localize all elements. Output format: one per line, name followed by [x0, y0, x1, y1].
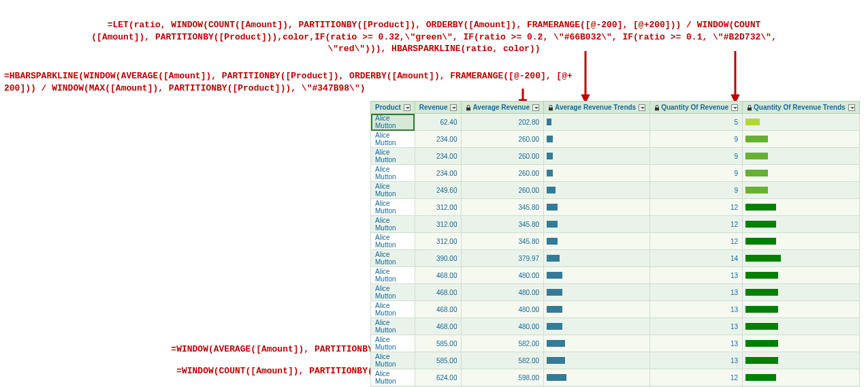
cell-qty[interactable]: 13 — [650, 318, 743, 335]
dropdown-icon[interactable] — [848, 104, 855, 111]
cell-product[interactable]: Alice Mutton — [371, 284, 415, 301]
cell-avg-trend[interactable] — [544, 267, 650, 284]
cell-qty-trend[interactable] — [743, 335, 859, 352]
cell-qty-trend[interactable] — [743, 182, 859, 199]
cell-avg-trend[interactable] — [544, 301, 650, 318]
cell-revenue[interactable]: 234.00 — [415, 131, 462, 148]
cell-product[interactable]: Alice Mutton — [371, 301, 415, 318]
cell-qty[interactable]: 9 — [650, 148, 743, 165]
cell-avg[interactable]: 345.80 — [462, 233, 544, 250]
cell-qty-trend[interactable] — [743, 369, 859, 386]
cell-qty-trend[interactable] — [743, 199, 859, 216]
cell-qty[interactable]: 12 — [650, 199, 743, 216]
cell-avg-trend[interactable] — [544, 148, 650, 165]
cell-product[interactable]: Alice Mutton — [371, 131, 415, 148]
cell-qty[interactable]: 13 — [650, 267, 743, 284]
col-qty[interactable]: Quantity Of Revenue — [650, 102, 743, 114]
cell-revenue[interactable]: 468.00 — [415, 284, 462, 301]
cell-avg-trend[interactable] — [544, 199, 650, 216]
cell-product[interactable]: Alice Mutton — [371, 182, 415, 199]
cell-avg[interactable]: 260.00 — [462, 182, 544, 199]
cell-qty[interactable]: 13 — [650, 352, 743, 369]
col-qty-trend[interactable]: Quantity Of Revenue Trends — [743, 102, 859, 114]
cell-qty[interactable]: 13 — [650, 335, 743, 352]
cell-qty[interactable]: 12 — [650, 216, 743, 233]
cell-product[interactable]: Alice Mutton — [371, 114, 415, 131]
cell-revenue[interactable]: 468.00 — [415, 301, 462, 318]
cell-product[interactable]: Alice Mutton — [371, 216, 415, 233]
cell-qty-trend[interactable] — [743, 318, 859, 335]
cell-revenue[interactable]: 585.00 — [415, 352, 462, 369]
cell-avg[interactable]: 379.97 — [462, 250, 544, 267]
cell-product[interactable]: Alice Mutton — [371, 148, 415, 165]
cell-revenue[interactable]: 62.40 — [415, 114, 462, 131]
cell-avg-trend[interactable] — [544, 216, 650, 233]
dropdown-icon[interactable] — [450, 104, 457, 111]
dropdown-icon[interactable] — [731, 104, 738, 111]
cell-qty-trend[interactable] — [743, 352, 859, 369]
cell-revenue[interactable]: 312.00 — [415, 199, 462, 216]
dropdown-icon[interactable] — [404, 104, 411, 111]
cell-revenue[interactable]: 624.00 — [415, 369, 462, 386]
cell-product[interactable]: Alice Mutton — [371, 335, 415, 352]
cell-avg[interactable]: 480.00 — [462, 318, 544, 335]
cell-revenue[interactable]: 468.00 — [415, 318, 462, 335]
cell-qty[interactable]: 5 — [650, 114, 743, 131]
cell-qty[interactable]: 9 — [650, 182, 743, 199]
cell-avg[interactable]: 582.00 — [462, 335, 544, 352]
cell-avg[interactable]: 260.00 — [462, 148, 544, 165]
cell-qty-trend[interactable] — [743, 216, 859, 233]
cell-avg-trend[interactable] — [544, 318, 650, 335]
cell-qty-trend[interactable] — [743, 267, 859, 284]
cell-avg-trend[interactable] — [544, 284, 650, 301]
col-avg-trend[interactable]: Average Revenue Trends — [544, 102, 650, 114]
cell-avg-trend[interactable] — [544, 233, 650, 250]
cell-avg[interactable]: 345.80 — [462, 199, 544, 216]
cell-product[interactable]: Alice Mutton — [371, 318, 415, 335]
cell-qty[interactable]: 9 — [650, 131, 743, 148]
cell-product[interactable]: Alice Mutton — [371, 267, 415, 284]
cell-avg[interactable]: 598.00 — [462, 369, 544, 386]
cell-avg-trend[interactable] — [544, 369, 650, 386]
cell-qty-trend[interactable] — [743, 233, 859, 250]
dropdown-icon[interactable] — [532, 104, 539, 111]
cell-qty-trend[interactable] — [743, 165, 859, 182]
cell-avg-trend[interactable] — [544, 335, 650, 352]
cell-qty-trend[interactable] — [743, 114, 859, 131]
cell-avg-trend[interactable] — [544, 131, 650, 148]
cell-avg[interactable]: 480.00 — [462, 267, 544, 284]
cell-revenue[interactable]: 312.00 — [415, 216, 462, 233]
cell-product[interactable]: Alice Mutton — [371, 165, 415, 182]
cell-avg[interactable]: 260.00 — [462, 131, 544, 148]
cell-qty-trend[interactable] — [743, 301, 859, 318]
cell-avg[interactable]: 480.00 — [462, 301, 544, 318]
cell-qty-trend[interactable] — [743, 131, 859, 148]
cell-revenue[interactable]: 234.00 — [415, 148, 462, 165]
cell-product[interactable]: Alice Mutton — [371, 369, 415, 386]
cell-qty[interactable]: 12 — [650, 369, 743, 386]
cell-avg[interactable]: 582.00 — [462, 352, 544, 369]
cell-qty-trend[interactable] — [743, 250, 859, 267]
cell-qty[interactable]: 9 — [650, 165, 743, 182]
cell-qty[interactable]: 12 — [650, 233, 743, 250]
cell-revenue[interactable]: 234.00 — [415, 165, 462, 182]
cell-avg[interactable]: 260.00 — [462, 165, 544, 182]
cell-revenue[interactable]: 390.00 — [415, 250, 462, 267]
cell-avg-trend[interactable] — [544, 352, 650, 369]
dropdown-icon[interactable] — [639, 104, 645, 111]
cell-avg-trend[interactable] — [544, 165, 650, 182]
cell-product[interactable]: Alice Mutton — [371, 250, 415, 267]
cell-revenue[interactable]: 249.60 — [415, 182, 462, 199]
col-avg[interactable]: Average Revenue — [462, 102, 544, 114]
cell-avg-trend[interactable] — [544, 114, 650, 131]
cell-product[interactable]: Alice Mutton — [371, 352, 415, 369]
cell-avg[interactable]: 345.80 — [462, 216, 544, 233]
cell-avg[interactable]: 202.80 — [462, 114, 544, 131]
cell-qty[interactable]: 13 — [650, 301, 743, 318]
cell-product[interactable]: Alice Mutton — [371, 233, 415, 250]
cell-revenue[interactable]: 312.00 — [415, 233, 462, 250]
cell-avg-trend[interactable] — [544, 250, 650, 267]
col-product[interactable]: Product — [371, 102, 415, 114]
cell-qty[interactable]: 14 — [650, 250, 743, 267]
cell-revenue[interactable]: 468.00 — [415, 267, 462, 284]
